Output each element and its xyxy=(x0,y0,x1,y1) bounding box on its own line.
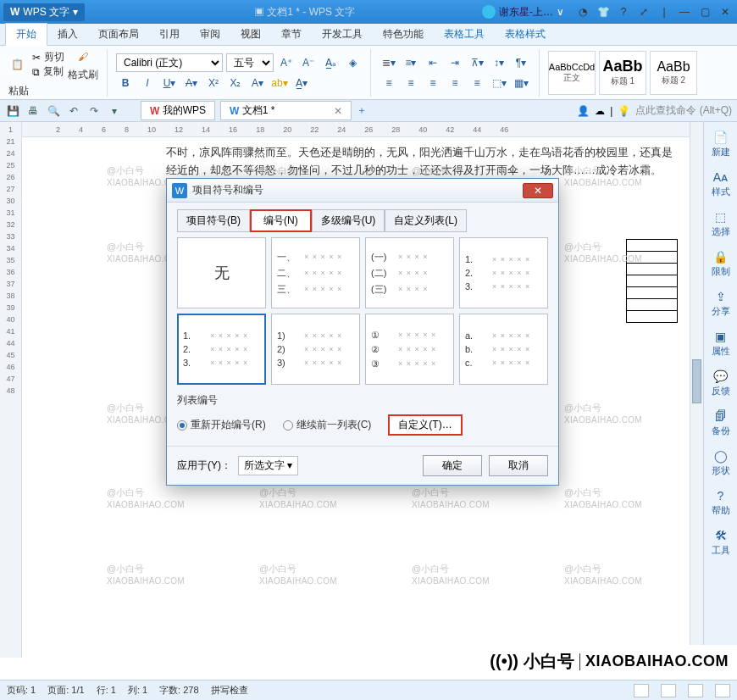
distribute-icon[interactable]: ≡ xyxy=(468,74,486,92)
ribbon-tab-devtools[interactable]: 开发工具 xyxy=(312,24,373,45)
ribbon-tab-view[interactable]: 视图 xyxy=(230,24,271,45)
cloud-icon[interactable]: ☁ xyxy=(595,105,605,117)
side-restrict[interactable]: 🔒限制 xyxy=(704,247,737,281)
ribbon-tab-insert[interactable]: 插入 xyxy=(47,24,88,45)
cancel-button[interactable]: 取消 xyxy=(489,455,548,476)
border-icon[interactable]: ▦▾ xyxy=(512,74,530,92)
view-mode-icon[interactable] xyxy=(661,684,676,697)
ribbon-tab-home[interactable]: 开始 xyxy=(5,23,47,46)
side-tools[interactable]: 🛠工具 xyxy=(704,525,737,560)
style-gallery[interactable]: AaBbCcDd正文 AaBb标题 1 AaBb标题 2 xyxy=(548,51,697,95)
radio-restart[interactable]: 重新开始编号(R) xyxy=(177,418,266,432)
close-icon[interactable]: ✕ xyxy=(717,6,734,18)
ribbon-tab-layout[interactable]: 页面布局 xyxy=(88,24,149,45)
font-name-select[interactable]: Calibri (正文) xyxy=(116,53,223,72)
increase-font-icon[interactable]: A⁺ xyxy=(277,53,296,72)
decrease-font-icon[interactable]: A⁻ xyxy=(299,53,318,72)
tab-bullets[interactable]: 项目符号(B) xyxy=(177,209,250,232)
subscript-icon[interactable]: X₂ xyxy=(226,74,245,92)
numbering-option-paren[interactable]: 1)× × × × × 2)× × × × × 3)× × × × × xyxy=(271,314,360,385)
side-share[interactable]: ⇪分享 xyxy=(704,286,737,321)
tab-multilevel[interactable]: 多级编号(U) xyxy=(312,209,385,232)
shading-icon[interactable]: ⬚▾ xyxy=(490,74,508,92)
justify-icon[interactable]: ≡ xyxy=(446,74,464,92)
document-table-right[interactable] xyxy=(626,239,678,323)
numbering-option-decimal-dot[interactable]: 1.× × × × × 2.× × × × × 3.× × × × × xyxy=(459,237,548,308)
apply-to-select[interactable]: 所选文字 ▾ xyxy=(238,456,298,475)
number-list-icon[interactable]: ≡▾ xyxy=(402,53,420,72)
bold-icon[interactable]: B xyxy=(116,74,135,92)
font-size-select[interactable]: 五号 xyxy=(226,53,274,72)
side-select[interactable]: ⬚选择 xyxy=(704,207,737,242)
strike-icon[interactable]: A▾ xyxy=(182,74,201,92)
status-page[interactable]: 页码: 1 xyxy=(7,684,36,697)
print-icon[interactable]: 🖶 xyxy=(25,103,41,119)
numbering-option-cjk[interactable]: 一、× × × × × 二、× × × × × 三、× × × × × xyxy=(271,237,360,308)
italic-icon[interactable]: I xyxy=(138,74,157,92)
indent-icon[interactable]: ⇥ xyxy=(446,53,464,72)
format-painter-icon[interactable]: 🖌 xyxy=(74,47,92,66)
mywps-tab[interactable]: W 我的WPS xyxy=(141,101,215,120)
maximize-icon[interactable]: ▢ xyxy=(696,6,713,18)
side-shape[interactable]: ◯形状 xyxy=(704,446,737,481)
side-help[interactable]: ?帮助 xyxy=(704,486,737,520)
undo-icon[interactable]: ↶ xyxy=(66,103,81,119)
user-icon[interactable]: 👤 xyxy=(577,105,590,117)
cut-button[interactable]: ✂剪切 xyxy=(32,50,64,64)
tab-custom-list[interactable]: 自定义列表(L) xyxy=(385,209,467,232)
chevron-down-icon[interactable]: ∨ xyxy=(557,6,564,18)
side-feedback[interactable]: 💬反馈 xyxy=(704,366,737,401)
ok-button[interactable]: 确定 xyxy=(423,455,482,476)
tab-numbering[interactable]: 编号(N) xyxy=(250,209,312,232)
bullet-list-icon[interactable]: ≣▾ xyxy=(380,53,398,72)
side-new[interactable]: 📄新建 xyxy=(704,127,737,162)
radio-continue[interactable]: 继续前一列表(C) xyxy=(283,418,372,432)
paste-icon[interactable]: 📋 xyxy=(5,53,29,76)
view-mode-icon[interactable] xyxy=(634,684,649,697)
line-spacing-icon[interactable]: ↕▾ xyxy=(490,53,508,72)
preview-icon[interactable]: 🔍 xyxy=(46,103,61,119)
ribbon-tab-review[interactable]: 审阅 xyxy=(190,24,230,45)
clear-format-icon[interactable]: ◈ xyxy=(343,53,362,72)
numbering-option-decimal-dot-sel[interactable]: 1.× × × × × 2.× × × × × 3.× × × × × xyxy=(177,314,266,385)
change-case-icon[interactable]: A̲ₐ xyxy=(321,53,340,72)
tab-stop-icon[interactable]: ⊼▾ xyxy=(468,53,486,72)
status-pages[interactable]: 页面: 1/1 xyxy=(47,684,84,697)
numbering-option-none[interactable]: 无 xyxy=(177,237,266,308)
ribbon-tab-feature[interactable]: 特色功能 xyxy=(373,24,434,45)
customize-button[interactable]: 自定义(T)… xyxy=(388,414,462,436)
numbering-option-alpha[interactable]: a.× × × × × b.× × × × × c.× × × × × xyxy=(459,314,548,385)
vertical-scrollbar[interactable] xyxy=(690,122,703,658)
font-color-icon[interactable]: A▾ xyxy=(248,74,267,92)
document-tab[interactable]: W 文档1 *✕ xyxy=(220,101,352,120)
minimize-icon[interactable]: — xyxy=(676,6,693,18)
status-spellcheck[interactable]: 拼写检查 xyxy=(211,684,248,697)
underline-icon[interactable]: U▾ xyxy=(160,74,179,92)
globe-icon[interactable] xyxy=(482,5,496,19)
side-props[interactable]: ▣属性 xyxy=(704,326,737,361)
ribbon-tab-chapter[interactable]: 章节 xyxy=(271,24,312,45)
ribbon-tab-tabletools[interactable]: 表格工具 xyxy=(434,24,495,45)
user-label[interactable]: 谢东星-上… xyxy=(499,5,553,19)
copy-button[interactable]: ⧉复制 xyxy=(32,64,64,79)
dialog-close-button[interactable]: ✕ xyxy=(523,183,553,198)
superscript-icon[interactable]: X² xyxy=(204,74,223,92)
align-right-icon[interactable]: ≡ xyxy=(424,74,442,92)
search-commands[interactable]: 点此查找命令 (Alt+Q) xyxy=(635,103,732,118)
align-left-icon[interactable]: ≡ xyxy=(380,74,398,92)
view-mode-icon[interactable] xyxy=(688,684,703,697)
ribbon-tab-tablestyle[interactable]: 表格样式 xyxy=(495,24,556,45)
outdent-icon[interactable]: ⇤ xyxy=(424,53,442,72)
highlight-icon[interactable]: ab▾ xyxy=(270,74,289,92)
show-marks-icon[interactable]: ¶▾ xyxy=(512,53,530,72)
char-border-icon[interactable]: A̲▾ xyxy=(292,74,311,92)
numbering-option-paren-cjk[interactable]: (一)× × × × (二)× × × × (三)× × × × xyxy=(365,237,454,308)
side-backup[interactable]: 🗐备份 xyxy=(704,406,737,441)
align-center-icon[interactable]: ≡ xyxy=(402,74,420,92)
view-mode-icon[interactable] xyxy=(715,684,730,697)
redo-icon[interactable]: ↷ xyxy=(86,103,102,119)
side-style[interactable]: Aᴀ样式 xyxy=(704,167,737,202)
save-icon[interactable]: 💾 xyxy=(5,103,20,119)
ribbon-tab-references[interactable]: 引用 xyxy=(149,24,190,45)
app-menu-button[interactable]: W WPS 文字 ▾ xyxy=(3,3,85,21)
